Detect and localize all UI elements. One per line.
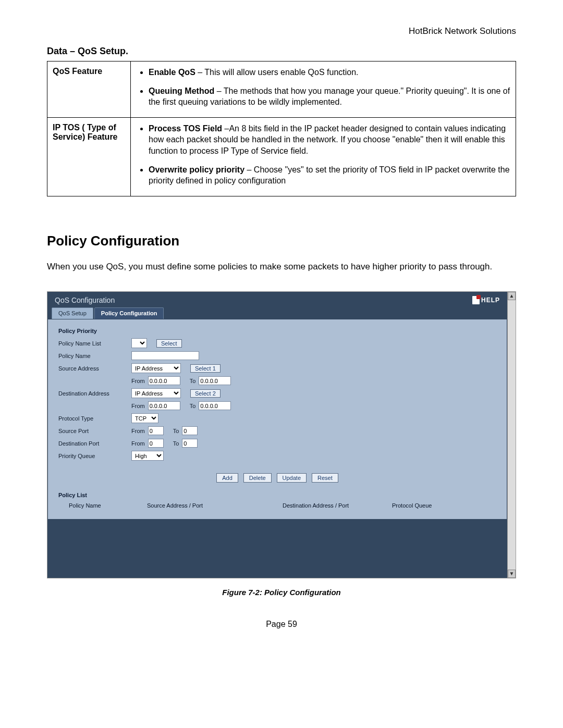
label-protocol-type: Protocol Type [58, 415, 131, 422]
qos-setup-table: QoS Feature Enable QoS – This will allow… [47, 61, 516, 196]
label-to: To [190, 403, 196, 409]
select1-button[interactable]: Select 1 [190, 364, 221, 373]
scroll-down-icon[interactable]: ▼ [508, 570, 516, 578]
source-port-to[interactable] [182, 426, 198, 435]
label-from: From [131, 428, 145, 434]
panel-body: Policy Priority Policy Name List Select … [47, 319, 507, 520]
col-protocol-queue: Protocol Queue [392, 502, 455, 509]
source-port-from[interactable] [148, 426, 164, 435]
label-destination-address: Destination Address [58, 390, 131, 397]
row-label-qos-feature: QoS Feature [47, 61, 131, 118]
bullet-bold: Queuing Method [149, 87, 214, 95]
section-title-data-qos-setup: Data – QoS Setup. [47, 46, 516, 57]
row-content-ip-tos: Process TOS Field –An 8 bits field in th… [131, 117, 516, 196]
policy-list-header: Policy Name Source Address / Port Destin… [58, 502, 496, 509]
protocol-type-select[interactable]: TCP [131, 413, 158, 423]
label-policy-name-list: Policy Name List [58, 340, 131, 347]
bullet-overwrite-priority: Overwrite policy priority – Choose "yes"… [149, 164, 510, 187]
label-from: From [131, 378, 145, 384]
delete-button[interactable]: Delete [243, 473, 272, 483]
label-from: From [131, 403, 145, 409]
bullet-bold: Enable QoS [149, 68, 195, 77]
source-from-ip[interactable] [148, 376, 180, 385]
label-priority-queue: Priority Queue [58, 453, 131, 459]
update-button[interactable]: Update [277, 473, 307, 483]
dest-to-ip[interactable] [199, 401, 231, 410]
label-to: To [173, 440, 179, 447]
bullet-queuing-method: Queuing Method – The methods that how yo… [149, 85, 510, 108]
source-to-ip[interactable] [199, 376, 231, 385]
dest-port-from[interactable] [148, 439, 164, 448]
add-button[interactable]: Add [216, 473, 238, 483]
priority-queue-select[interactable]: High [131, 451, 164, 461]
col-policy-name: Policy Name [69, 502, 147, 509]
tab-qos-setup[interactable]: QoS Setup [52, 307, 93, 319]
label-source-address: Source Address [58, 365, 131, 372]
header-right: HotBrick Network Solutions [47, 26, 516, 36]
bullet-bold: Overwrite policy priority [149, 165, 244, 174]
reset-button[interactable]: Reset [312, 473, 338, 483]
select-button[interactable]: Select [156, 339, 182, 348]
panel-title: QoS Configuration [55, 296, 115, 304]
intro-paragraph: When you use QoS, you must define some p… [47, 258, 516, 275]
scroll-up-icon[interactable]: ▲ [508, 292, 516, 300]
bullet-enable-qos: Enable QoS – This will allow users enabl… [149, 67, 510, 78]
tabs-row: QoS Setup Policy Configuration [47, 307, 507, 319]
select2-button[interactable]: Select 2 [190, 389, 221, 398]
label-to: To [190, 378, 196, 384]
label-destination-port: Destination Port [58, 440, 131, 447]
action-button-row: Add Delete Update Reset [58, 473, 496, 483]
help-icon [472, 296, 480, 304]
help-button[interactable]: HELP [472, 296, 500, 304]
bullet-rest: – This will allow users enable QoS funct… [195, 68, 359, 77]
bullet-bold: Process TOS Field [149, 124, 222, 133]
bullet-process-tos: Process TOS Field –An 8 bits field in th… [149, 123, 510, 157]
col-source: Source Address / Port [147, 502, 283, 509]
section-policy-list: Policy List [58, 492, 496, 498]
figure-caption: Figure 7-2: Policy Configuration [47, 588, 516, 597]
dest-port-to[interactable] [182, 439, 198, 448]
label-policy-name: Policy Name [58, 353, 131, 359]
section-policy-priority: Policy Priority [58, 328, 496, 334]
col-destination: Destination Address / Port [283, 502, 392, 509]
source-address-type-select[interactable]: IP Address [131, 363, 181, 373]
heading-policy-configuration: Policy Configuration [47, 233, 516, 249]
policy-name-input[interactable] [131, 351, 199, 360]
label-from: From [131, 440, 145, 447]
scrollbar[interactable]: ▲ ▼ [507, 292, 516, 578]
row-content-qos-feature: Enable QoS – This will allow users enabl… [131, 61, 516, 118]
help-label: HELP [481, 297, 500, 304]
label-to: To [173, 428, 179, 434]
panel-header: QoS Configuration HELP [47, 292, 507, 307]
tab-policy-configuration[interactable]: Policy Configuration [94, 307, 164, 319]
row-label-ip-tos: IP TOS ( Type of Service) Feature [47, 117, 131, 196]
policy-name-list-select[interactable] [131, 338, 147, 348]
policy-config-screenshot: QoS Configuration HELP QoS Setup Policy … [47, 291, 516, 578]
label-source-port: Source Port [58, 428, 131, 434]
policy-list-body [47, 521, 507, 578]
page-number: Page 59 [47, 620, 516, 629]
destination-address-type-select[interactable]: IP Address [131, 388, 181, 398]
dest-from-ip[interactable] [148, 401, 180, 410]
